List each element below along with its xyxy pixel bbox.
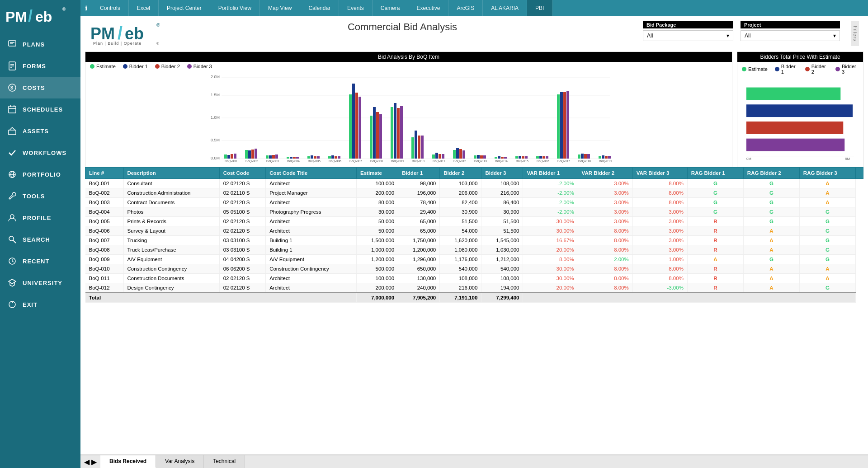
svg-rect-71 bbox=[335, 156, 337, 159]
topnav-events[interactable]: Events bbox=[339, 0, 373, 16]
legend-dot-bidder1 bbox=[123, 64, 127, 69]
cell-desc: A/V Equipment bbox=[123, 255, 219, 264]
topnav-arcgis[interactable]: ArcGIS bbox=[448, 0, 483, 16]
sidebar-item-portfolio[interactable]: PORTFOLIO bbox=[0, 164, 80, 185]
sidebar-item-plans[interactable]: PLANS bbox=[0, 33, 80, 55]
sidebar-item-profile[interactable]: PROFILE bbox=[0, 207, 80, 229]
cell-line: BoQ-003 bbox=[85, 198, 124, 207]
cell-b2: 1,176,000 bbox=[440, 255, 481, 264]
topnav-project-center[interactable]: Project Center bbox=[159, 0, 210, 16]
svg-text:BoQ-004: BoQ-004 bbox=[287, 159, 300, 163]
sidebar-item-workflows[interactable]: WORKFLOWS bbox=[0, 142, 80, 164]
cell-line: BoQ-001 bbox=[85, 179, 124, 188]
sidebar-item-university[interactable]: UNIVERSITY bbox=[0, 272, 80, 294]
svg-rect-61 bbox=[293, 157, 296, 159]
topnav-portfolio-view[interactable]: Portfolio View bbox=[210, 0, 260, 16]
cell-code: 03 03100 S bbox=[219, 245, 265, 255]
svg-rect-76 bbox=[355, 93, 358, 159]
cell-r2: A bbox=[743, 264, 799, 274]
cell-estimate: 1,500,000 bbox=[357, 236, 398, 245]
svg-text:BoQ-005: BoQ-005 bbox=[308, 159, 321, 163]
charts-row: Bid Analysis By BoQ Item Estimate Bidder… bbox=[80, 51, 868, 167]
svg-rect-119 bbox=[536, 156, 539, 159]
cell-v3: -3.00% bbox=[632, 283, 687, 293]
sidebar-item-schedules[interactable]: SCHEDULES bbox=[0, 98, 80, 120]
bid-package-select[interactable]: All ▾ bbox=[643, 30, 733, 41]
bid-package-chevron: ▾ bbox=[726, 33, 729, 39]
svg-rect-55 bbox=[269, 155, 272, 159]
cell-v2: 3.00% bbox=[578, 207, 632, 217]
cell-v3: 8.00% bbox=[632, 198, 687, 207]
cell-v1: 8.00% bbox=[523, 255, 578, 264]
svg-rect-81 bbox=[376, 112, 379, 159]
svg-rect-64 bbox=[307, 156, 310, 159]
topnav-map-view[interactable]: Map View bbox=[260, 0, 300, 16]
cell-estimate: 200,000 bbox=[357, 283, 398, 293]
arrow-left[interactable]: ◀ bbox=[84, 458, 90, 466]
info-icon[interactable]: ℹ bbox=[80, 0, 92, 16]
svg-rect-62 bbox=[296, 157, 299, 159]
svg-text:eb: eb bbox=[125, 24, 144, 43]
cell-v2: 3.00% bbox=[578, 217, 632, 226]
sidebar-label-tools: TOOLS bbox=[23, 193, 45, 200]
pmweb-content-logo: PM / eb ® Plan | Build | Operate ® bbox=[90, 21, 162, 46]
workflows-icon bbox=[7, 148, 17, 158]
cell-line: BoQ-002 bbox=[85, 188, 124, 198]
topnav-executive[interactable]: Executive bbox=[408, 0, 448, 16]
sidebar-item-search[interactable]: SEARCH bbox=[0, 229, 80, 250]
topnav-calendar[interactable]: Calendar bbox=[300, 0, 339, 16]
legend-bidder1: Bidder 1 bbox=[123, 64, 148, 69]
tab-technical[interactable]: Technical bbox=[204, 455, 245, 468]
tab-bids-received[interactable]: Bids Received bbox=[100, 455, 156, 468]
svg-rect-49 bbox=[245, 150, 248, 159]
table-row: BoQ-007 Trucking 03 03100 S Building 1 1… bbox=[85, 236, 863, 245]
topnav-camera[interactable]: Camera bbox=[373, 0, 409, 16]
sidebar-label-search: SEARCH bbox=[23, 236, 50, 243]
cell-v3: 8.00% bbox=[632, 188, 687, 198]
svg-text:®: ® bbox=[156, 42, 159, 46]
cell-code: 06 06200 S bbox=[219, 264, 265, 274]
sidebar-nav: PLANS FORMS $ COSTS SCHEDULES ASSETS bbox=[0, 33, 80, 468]
topnav-alakaria[interactable]: AL AKARIA bbox=[483, 0, 527, 16]
col-header-estimate: Estimate bbox=[357, 168, 398, 179]
cell-b1: 1,750,000 bbox=[398, 236, 440, 245]
schedules-icon bbox=[7, 104, 17, 114]
sidebar-label-profile: PROFILE bbox=[23, 215, 51, 221]
svg-rect-50 bbox=[248, 150, 251, 159]
cell-desc: Photos bbox=[123, 207, 219, 217]
main-wrapper: ℹ Controls Excel Project Center Portfoli… bbox=[80, 0, 868, 468]
topnav-pbi[interactable]: PBI bbox=[527, 0, 552, 16]
cell-title: Construction Contingency bbox=[266, 264, 357, 274]
right-panel-toggle[interactable]: Filters bbox=[851, 21, 859, 46]
cell-code: 02 02120 S bbox=[219, 198, 265, 207]
svg-rect-97 bbox=[442, 154, 444, 159]
sidebar-item-recent[interactable]: RECENT bbox=[0, 250, 80, 272]
sidebar: PM / eb ® PLANS FORMS $ COSTS bbox=[0, 0, 80, 468]
sidebar-item-assets[interactable]: ASSETS bbox=[0, 120, 80, 142]
cell-b3: 108,000 bbox=[481, 179, 523, 188]
col-header-b3: Bidder 3 bbox=[481, 168, 523, 179]
tab-var-analysis[interactable]: Var Analysis bbox=[156, 455, 204, 468]
sidebar-item-forms[interactable]: FORMS bbox=[0, 55, 80, 77]
total-label: Total bbox=[85, 293, 357, 303]
svg-rect-89 bbox=[411, 137, 414, 159]
topnav-excel[interactable]: Excel bbox=[129, 0, 159, 16]
cell-title: Architect bbox=[266, 274, 357, 283]
project-select[interactable]: All ▾ bbox=[741, 30, 840, 41]
topnav-controls[interactable]: Controls bbox=[92, 0, 129, 16]
sidebar-item-exit[interactable]: EXIT bbox=[0, 294, 80, 315]
svg-rect-90 bbox=[415, 131, 417, 159]
sidebar-item-tools[interactable]: TOOLS bbox=[0, 185, 80, 207]
svg-rect-45 bbox=[227, 155, 230, 159]
table-row: BoQ-010 Construction Contingency 06 0620… bbox=[85, 264, 863, 274]
cell-b3: 51,500 bbox=[481, 217, 523, 226]
sidebar-label-forms: FORMS bbox=[23, 63, 46, 70]
cell-code: 04 04200 S bbox=[219, 255, 265, 264]
svg-rect-72 bbox=[338, 156, 340, 159]
cell-r2: A bbox=[743, 226, 799, 236]
cell-v1: -2.00% bbox=[523, 188, 578, 198]
legend-dot-bidder2 bbox=[155, 64, 160, 69]
cell-line: BoQ-008 bbox=[85, 245, 124, 255]
sidebar-item-costs[interactable]: $ COSTS bbox=[0, 77, 80, 98]
arrow-right[interactable]: ▶ bbox=[91, 458, 97, 466]
